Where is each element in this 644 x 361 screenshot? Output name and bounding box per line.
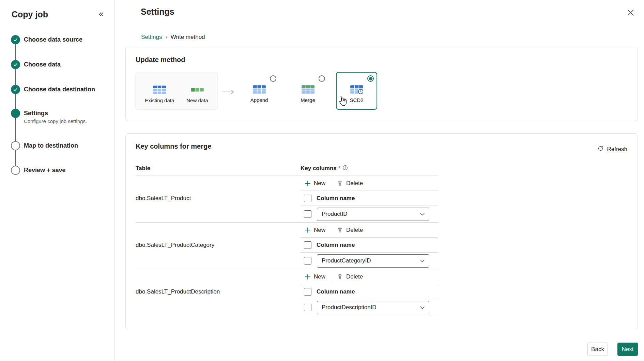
delete-key-column-button[interactable]: Delete bbox=[337, 227, 363, 234]
new-button-label: New bbox=[314, 180, 325, 187]
merge-label: Merge bbox=[301, 97, 315, 103]
breadcrumb-separator-icon: › bbox=[165, 34, 167, 40]
select-all-checkbox[interactable] bbox=[304, 195, 311, 202]
step-choose-data[interactable]: Choose data bbox=[11, 60, 95, 69]
step-map-to-destination[interactable]: Map to destination bbox=[11, 141, 95, 150]
next-button[interactable]: Next bbox=[617, 343, 638, 356]
step-choose-data-destination[interactable]: Choose data destination bbox=[11, 85, 95, 94]
step-connector bbox=[15, 69, 16, 85]
refresh-button[interactable]: Refresh bbox=[597, 145, 627, 153]
dropdown-value: ProductID bbox=[322, 211, 348, 217]
row-key-column-value: ProductCategoryID bbox=[136, 253, 438, 269]
delete-button-label: Delete bbox=[346, 273, 363, 280]
column-name-header: Column name bbox=[317, 288, 355, 295]
key-columns-column-header: Key columns bbox=[301, 165, 337, 172]
step-complete-check-icon bbox=[11, 60, 20, 69]
key-columns-card: Key columns for merge Refresh Table Key … bbox=[125, 133, 638, 329]
refresh-label: Refresh bbox=[607, 146, 627, 153]
step-connector bbox=[15, 44, 16, 60]
delete-key-column-button[interactable]: Delete bbox=[337, 180, 363, 187]
toolbar-divider bbox=[331, 272, 331, 281]
merge-table-icon bbox=[301, 85, 315, 94]
step-label: Choose data source bbox=[24, 36, 82, 43]
new-key-column-button[interactable]: New bbox=[305, 180, 325, 187]
step-pending-circle bbox=[11, 166, 20, 175]
row-toolbar: New Delete bbox=[136, 269, 438, 284]
step-description: Configure copy job settings. bbox=[24, 118, 87, 125]
step-pending-circle bbox=[11, 141, 20, 150]
chevron-down-icon bbox=[420, 213, 425, 216]
existing-data-label: Existing data bbox=[145, 97, 174, 103]
wizard-title: Copy job bbox=[12, 10, 48, 19]
scd2-table-clock-icon bbox=[350, 85, 364, 94]
new-key-column-button[interactable]: New bbox=[305, 273, 325, 280]
column-name-header: Column name bbox=[317, 195, 355, 202]
plus-icon bbox=[305, 274, 311, 280]
update-method-title: Update method bbox=[136, 56, 638, 64]
dropdown-value: ProductCategoryID bbox=[322, 257, 371, 264]
table-name: dbo.SalesLT_ProductDescription bbox=[136, 288, 220, 295]
row-checkbox[interactable] bbox=[304, 257, 311, 265]
select-all-checkbox[interactable] bbox=[304, 288, 311, 296]
new-key-column-button[interactable]: New bbox=[305, 227, 325, 234]
row-key-column-value: ProductID bbox=[136, 206, 438, 223]
update-method-option-merge[interactable]: Merge bbox=[287, 72, 328, 110]
scd2-radio[interactable] bbox=[367, 75, 374, 82]
plus-icon bbox=[305, 180, 311, 186]
delete-button-label: Delete bbox=[346, 227, 363, 234]
source-data-card: Existing data New data bbox=[135, 72, 218, 110]
new-button-label: New bbox=[314, 273, 325, 280]
new-data-bar-icon bbox=[190, 85, 204, 94]
breadcrumb: Settings › Write method bbox=[141, 34, 205, 41]
step-settings[interactable]: Settings Configure copy job settings. bbox=[11, 109, 95, 125]
row-key-column-value: ProductDescriptionID bbox=[136, 299, 438, 316]
key-columns-table: Table Key columns * New bbox=[136, 161, 438, 316]
toolbar-divider bbox=[331, 179, 331, 188]
key-column-dropdown[interactable]: ProductID bbox=[317, 208, 429, 221]
row-checkbox[interactable] bbox=[304, 210, 311, 218]
update-method-option-append[interactable]: Append bbox=[239, 72, 280, 110]
append-table-icon bbox=[252, 85, 266, 94]
chevron-down-icon bbox=[420, 259, 425, 262]
step-choose-data-source[interactable]: Choose data source bbox=[11, 35, 95, 44]
back-button[interactable]: Back bbox=[587, 343, 608, 356]
step-connector bbox=[15, 94, 16, 109]
refresh-icon bbox=[597, 145, 604, 153]
scd2-label: SCD2 bbox=[350, 97, 363, 103]
row-column-header: dbo.SalesLT_Product Column name bbox=[136, 191, 438, 206]
page-title: Settings bbox=[141, 7, 174, 17]
breadcrumb-settings-link[interactable]: Settings bbox=[141, 34, 162, 41]
existing-data-table-icon bbox=[153, 85, 166, 94]
step-connector bbox=[15, 118, 16, 141]
new-button-label: New bbox=[314, 227, 325, 234]
new-data-item: New data bbox=[186, 85, 208, 109]
table-name: dbo.SalesLT_Product bbox=[136, 195, 191, 202]
trash-icon bbox=[337, 273, 343, 280]
step-label: Choose data destination bbox=[24, 86, 95, 93]
append-radio[interactable] bbox=[270, 75, 276, 82]
append-label: Append bbox=[250, 97, 268, 103]
settings-panel: Settings Settings › Write method Update … bbox=[115, 0, 644, 361]
close-icon[interactable] bbox=[626, 7, 636, 18]
step-current-dot bbox=[11, 109, 20, 118]
trash-icon bbox=[337, 180, 343, 186]
key-columns-title: Key columns for merge bbox=[136, 142, 638, 150]
row-checkbox[interactable] bbox=[304, 304, 311, 311]
step-complete-check-icon bbox=[11, 85, 20, 94]
collapse-sidebar-icon[interactable]: « bbox=[99, 10, 104, 18]
step-connector bbox=[15, 150, 16, 166]
update-method-option-scd2[interactable]: SCD2 bbox=[336, 72, 377, 110]
new-data-label: New data bbox=[186, 97, 208, 103]
step-label: Map to destination bbox=[24, 142, 78, 149]
existing-data-item: Existing data bbox=[145, 85, 174, 109]
wizard-steps: Choose data source Choose data Choose da… bbox=[11, 35, 95, 175]
key-column-dropdown[interactable]: ProductDescriptionID bbox=[317, 301, 429, 314]
row-toolbar: New Delete bbox=[136, 223, 438, 238]
merge-radio[interactable] bbox=[319, 75, 325, 82]
wizard-sidebar: Copy job « Choose data source Choose dat… bbox=[0, 0, 115, 361]
key-column-dropdown[interactable]: ProductCategoryID bbox=[317, 254, 429, 268]
delete-key-column-button[interactable]: Delete bbox=[337, 273, 363, 280]
select-all-checkbox[interactable] bbox=[304, 241, 311, 249]
info-icon[interactable] bbox=[342, 165, 348, 172]
step-review-save[interactable]: Review + save bbox=[11, 166, 95, 175]
